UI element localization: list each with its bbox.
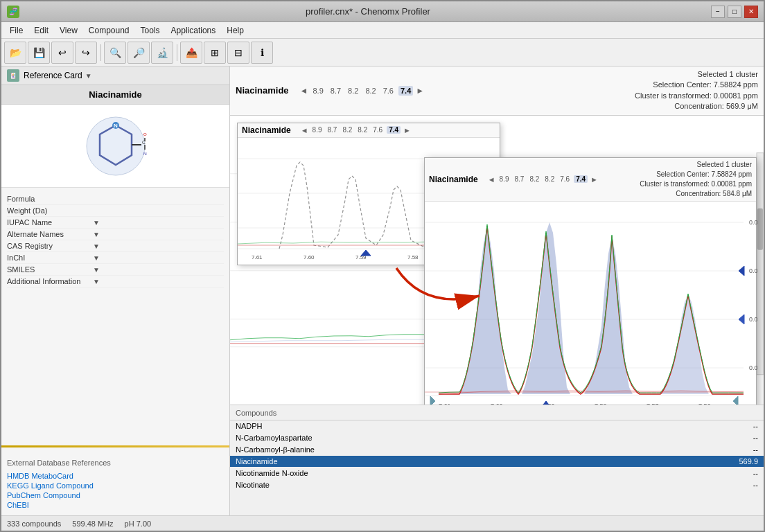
toolbar-sep1 bbox=[98, 42, 103, 64]
compound-list-scroll[interactable]: NADPH -- N-Carbamoylaspartate -- N-Carba… bbox=[230, 420, 764, 515]
compound-value-0: -- bbox=[716, 422, 758, 430]
status-frequency: 599.48 MHz bbox=[72, 520, 113, 528]
ppm-next-arrow[interactable]: ► bbox=[416, 86, 424, 96]
toolbar-view-split[interactable]: ⊟ bbox=[227, 42, 249, 64]
toolbar-search3[interactable]: 🔬 bbox=[151, 42, 173, 64]
large-ppm-val-5[interactable]: 7.4 bbox=[574, 175, 588, 183]
toolbar-search1[interactable]: 🔍 bbox=[104, 42, 126, 64]
menu-edit[interactable]: Edit bbox=[28, 24, 54, 37]
toolbar-export[interactable]: 📤 bbox=[180, 42, 202, 64]
ppm-val-4[interactable]: 7.6 bbox=[381, 86, 396, 96]
small-ppm-next[interactable]: ► bbox=[403, 126, 411, 134]
large-ppm-val-1[interactable]: 8.7 bbox=[513, 175, 526, 183]
small-ppm-val-1[interactable]: 8.7 bbox=[326, 126, 339, 134]
expand-smiles-icon[interactable]: ▼ bbox=[93, 266, 100, 274]
toolbar-info[interactable]: ℹ bbox=[251, 42, 273, 64]
large-ppm-val-4[interactable]: 7.6 bbox=[559, 175, 571, 183]
menu-tools[interactable]: Tools bbox=[135, 24, 166, 37]
property-weight-label: Weight (Da) bbox=[7, 206, 90, 215]
maximize-button[interactable]: □ bbox=[728, 6, 741, 18]
molecule-structure: N C O NH₂ bbox=[85, 115, 147, 177]
svg-text:N: N bbox=[114, 123, 118, 129]
svg-text:7.57: 7.57 bbox=[647, 402, 659, 405]
property-inchi-label: InChI bbox=[7, 254, 90, 262]
small-ppm-prev[interactable]: ◄ bbox=[301, 126, 308, 134]
small-ppm-val-3[interactable]: 8.2 bbox=[356, 126, 369, 134]
svg-text:0.02: 0.02 bbox=[749, 267, 757, 274]
expand-additional-icon[interactable]: ▼ bbox=[93, 278, 100, 285]
panel-dropdown[interactable]: Reference Card ▼ bbox=[24, 71, 92, 80]
link-pubchem[interactable]: PubChem Compound bbox=[7, 490, 224, 500]
compound-row-0[interactable]: NADPH -- bbox=[230, 420, 764, 432]
property-inchi: InChI ▼ bbox=[7, 252, 224, 264]
menu-file[interactable]: File bbox=[4, 24, 28, 37]
compound-row-3[interactable]: Niacinamide 569.9 bbox=[230, 456, 764, 468]
small-overlay-header: Niacinamide ◄ 8.9 8.7 8.2 8.2 7.6 7.4 ► bbox=[238, 123, 500, 138]
expand-inchi-icon[interactable]: ▼ bbox=[93, 254, 100, 262]
toolbar-redo[interactable]: ↪ bbox=[75, 42, 97, 64]
title-bar: 🧬 profiler.cnx* - Chenomx Profiler − □ ✕ bbox=[1, 1, 764, 22]
compound-name-0: NADPH bbox=[236, 422, 716, 430]
property-additional: Additional Information ▼ bbox=[7, 276, 224, 287]
compound-value-5: -- bbox=[716, 481, 758, 489]
large-ppm-val-0[interactable]: 8.9 bbox=[498, 175, 511, 183]
menu-view[interactable]: View bbox=[54, 24, 83, 37]
large-ppm-val-2[interactable]: 8.2 bbox=[528, 175, 540, 183]
toolbar-layout[interactable]: ⊞ bbox=[204, 42, 226, 64]
menu-help[interactable]: Help bbox=[221, 24, 249, 37]
ppm-val-1[interactable]: 8.7 bbox=[328, 86, 343, 96]
compound-value-3: 569.9 bbox=[716, 457, 758, 466]
property-cas-label: CAS Registry bbox=[7, 242, 90, 250]
large-overlay-ppm-nav: ◄ 8.9 8.7 8.2 8.2 7.6 7.4 ► bbox=[488, 175, 598, 184]
link-kegg[interactable]: KEGG Ligand Compound bbox=[7, 481, 224, 490]
expand-cas-icon[interactable]: ▼ bbox=[93, 242, 100, 250]
ppm-val-3[interactable]: 8.2 bbox=[363, 86, 378, 96]
svg-text:NH₂: NH₂ bbox=[143, 152, 147, 156]
menu-compound[interactable]: Compound bbox=[83, 24, 135, 37]
toolbar-undo[interactable]: ↩ bbox=[51, 42, 73, 64]
compound-row-4[interactable]: Nicotinamide N-oxide -- bbox=[230, 468, 764, 479]
chevron-down-icon: ▼ bbox=[85, 72, 92, 80]
minimize-button[interactable]: − bbox=[711, 6, 725, 18]
menu-applications[interactable]: Applications bbox=[166, 24, 222, 37]
small-ppm-val-0[interactable]: 8.9 bbox=[311, 126, 324, 134]
left-panel: 🃏 Reference Card ▼ Niacinamide N bbox=[1, 66, 230, 515]
large-ppm-next[interactable]: ► bbox=[590, 175, 598, 184]
property-iupac: IUPAC Name ▼ bbox=[7, 217, 224, 229]
property-formula: Formula bbox=[7, 193, 224, 205]
svg-text:7.56: 7.56 bbox=[698, 402, 711, 405]
spectrum-header: Niacinamide ◄ 8.9 8.7 8.2 8.2 7.6 7.4 ► … bbox=[230, 66, 764, 116]
toolbar-save[interactable]: 💾 bbox=[28, 42, 50, 64]
toolbar-open[interactable]: 📂 bbox=[4, 42, 26, 64]
expand-iupac-icon[interactable]: ▼ bbox=[93, 219, 100, 227]
ppm-prev-arrow[interactable]: ◄ bbox=[300, 86, 308, 96]
small-ppm-val-4[interactable]: 7.6 bbox=[371, 126, 384, 134]
property-smiles-label: SMILES bbox=[7, 265, 90, 274]
expand-alternate-icon[interactable]: ▼ bbox=[93, 231, 100, 238]
link-chebi[interactable]: ChEBI bbox=[7, 500, 224, 510]
ppm-val-0[interactable]: 8.9 bbox=[310, 86, 325, 96]
large-overlay-header: Niacinamide ◄ 8.9 8.7 8.2 8.2 7.6 7.4 ► bbox=[425, 158, 756, 202]
spectrum-area[interactable]: 0.03 0.02 0.01 0.00 Nia bbox=[230, 116, 764, 405]
panel-header: 🃏 Reference Card ▼ bbox=[1, 66, 229, 85]
small-ppm-val-2[interactable]: 8.2 bbox=[341, 126, 353, 134]
svg-text:7.61: 7.61 bbox=[439, 402, 451, 405]
selection-center-text: Selection Center: 7.58824 ppm bbox=[635, 80, 758, 90]
large-ppm-val-3[interactable]: 8.2 bbox=[543, 175, 556, 183]
compound-name-3: Niacinamide bbox=[236, 457, 716, 466]
ppm-val-5[interactable]: 7.4 bbox=[398, 86, 413, 96]
main-window: 🧬 profiler.cnx* - Chenomx Profiler − □ ✕… bbox=[0, 0, 765, 532]
selected-cluster-text: Selected 1 cluster bbox=[635, 69, 758, 80]
close-button[interactable]: ✕ bbox=[744, 6, 758, 18]
ppm-val-2[interactable]: 8.2 bbox=[346, 86, 360, 96]
compound-name-5: Nicotinate bbox=[236, 481, 716, 489]
link-hmdb[interactable]: HMDB MetaboCard bbox=[7, 471, 224, 481]
large-ppm-prev[interactable]: ◄ bbox=[488, 175, 495, 184]
compound-row-1[interactable]: N-Carbamoylaspartate -- bbox=[230, 432, 764, 444]
toolbar-search2[interactable]: 🔎 bbox=[128, 42, 150, 64]
property-iupac-label: IUPAC Name bbox=[7, 218, 90, 227]
compound-row-5[interactable]: Nicotinate -- bbox=[230, 479, 764, 491]
compound-row-2[interactable]: N-Carbamoyl-β-alanine -- bbox=[230, 444, 764, 456]
property-smiles: SMILES ▼ bbox=[7, 264, 224, 276]
small-ppm-val-5[interactable]: 7.4 bbox=[387, 126, 401, 134]
